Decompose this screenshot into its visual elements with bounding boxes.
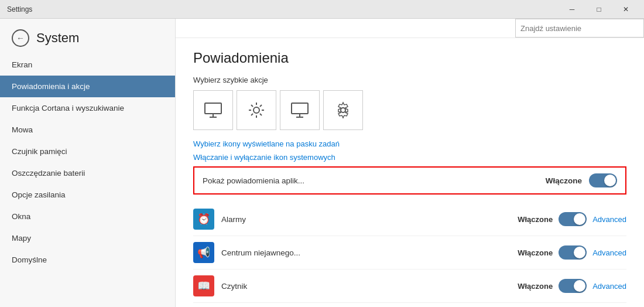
sidebar-item-cortana[interactable]: Funkcja Cortana i wyszukiwanie — [0, 97, 175, 119]
top-bar — [176, 19, 644, 38]
app-name-alarmy: Alarmy — [221, 215, 518, 224]
title-bar-left: Settings — [7, 5, 32, 13]
page-title: Powiadomienia — [193, 50, 626, 66]
toggle-knob — [604, 175, 616, 186]
app-toggle-czytnik[interactable] — [559, 279, 587, 293]
sidebar-nav: EkranPowiadomienia i akcjeFunkcja Cortan… — [0, 54, 175, 307]
sidebar-item-ekran[interactable]: Ekran — [0, 54, 175, 76]
quick-actions-row — [193, 90, 626, 130]
svg-rect-13 — [292, 103, 308, 114]
app-icon-alarmy: ⏰ — [193, 209, 214, 230]
main-content: Powiadomienia Wybierz szybkie akcje — [176, 19, 644, 307]
advanced-link-centrum[interactable]: Advanced — [592, 248, 626, 257]
quick-action-display2[interactable] — [280, 90, 320, 130]
app-rows-container: ⏰AlarmyWłączoneAdvanced📢Centrum niejawne… — [193, 203, 626, 303]
svg-point-4 — [254, 107, 259, 113]
app-row-centrum: 📢Centrum niejawnego...WłączoneAdvanced — [193, 236, 626, 270]
taskbar-icons-link[interactable]: Wybierz ikony wyświetlane na pasku zadań — [193, 139, 626, 148]
app-name-czytnik: Czytnik — [221, 282, 518, 291]
sidebar-item-okna[interactable]: Okna — [0, 206, 175, 227]
quick-action-settings[interactable] — [323, 90, 363, 130]
quick-action-monitor[interactable] — [193, 90, 233, 130]
app-icon-czytnik: 📖 — [193, 275, 214, 296]
quick-actions-label: Wybierz szybkie akcje — [193, 76, 626, 84]
back-button[interactable]: ← — [12, 29, 29, 47]
title-bar: Settings ─ □ ✕ — [0, 0, 644, 19]
sidebar: ← System EkranPowiadomienia i akcjeFunkc… — [0, 19, 176, 307]
app-toggle-alarmy[interactable] — [559, 212, 587, 226]
notification-main-toggle[interactable] — [589, 173, 617, 187]
app-toggle-centrum[interactable] — [559, 245, 587, 260]
notification-main-label: Pokaż powiadomienia aplik... — [203, 176, 546, 185]
app-container: ← System EkranPowiadomienia i akcjeFunkc… — [0, 19, 644, 307]
app-name-centrum: Centrum niejawnego... — [221, 248, 518, 257]
app-title: Settings — [7, 5, 32, 13]
advanced-link-czytnik[interactable]: Advanced — [592, 282, 626, 291]
sidebar-item-powiadomienia[interactable]: Powiadomienia i akcje — [0, 76, 175, 97]
sidebar-item-oszczedzanie[interactable]: Oszczędzanie baterii — [0, 162, 175, 184]
sidebar-item-mowa[interactable]: Mowa — [0, 119, 175, 141]
maximize-button[interactable]: □ — [585, 0, 612, 19]
close-button[interactable]: ✕ — [612, 0, 639, 19]
toggle-knob-alarmy — [574, 213, 585, 225]
title-bar-controls: ─ □ ✕ — [559, 0, 639, 19]
toggle-knob-czytnik — [574, 280, 585, 292]
sidebar-header: ← System — [0, 19, 175, 54]
toggle-knob-centrum — [574, 247, 585, 258]
quick-action-brightness[interactable] — [237, 90, 276, 130]
svg-line-9 — [251, 105, 253, 107]
minimize-button[interactable]: ─ — [559, 0, 585, 19]
sidebar-item-mapy[interactable]: Mapy — [0, 227, 175, 249]
app-status-alarmy: Włączone — [518, 215, 553, 224]
sidebar-item-opcje[interactable]: Opcje zasilania — [0, 184, 175, 206]
sidebar-title: System — [36, 30, 79, 46]
sidebar-item-domyslne[interactable]: Domyślne — [0, 249, 175, 271]
svg-rect-0 — [205, 103, 221, 114]
search-input[interactable] — [515, 19, 644, 37]
sidebar-item-czujnik[interactable]: Czujnik pamięci — [0, 141, 175, 162]
app-icon-centrum: 📢 — [193, 242, 214, 263]
notification-main-row: Pokaż powiadomienia aplik... Włączone — [193, 166, 626, 195]
back-arrow-icon: ← — [16, 33, 25, 43]
app-status-centrum: Włączone — [518, 248, 553, 257]
svg-line-10 — [260, 114, 262, 115]
notification-main-status: Włączone — [546, 176, 582, 185]
svg-line-12 — [251, 114, 253, 115]
content-area: Powiadomienia Wybierz szybkie akcje — [176, 38, 644, 307]
app-row-alarmy: ⏰AlarmyWłączoneAdvanced — [193, 203, 626, 236]
app-row-czytnik: 📖CzytnikWłączoneAdvanced — [193, 270, 626, 303]
svg-line-11 — [260, 105, 262, 107]
system-icons-link[interactable]: Włączanie i wyłączanie ikon systemowych — [193, 153, 626, 162]
app-status-czytnik: Włączone — [518, 282, 553, 291]
svg-point-17 — [341, 108, 345, 112]
advanced-link-alarmy[interactable]: Advanced — [592, 215, 626, 224]
